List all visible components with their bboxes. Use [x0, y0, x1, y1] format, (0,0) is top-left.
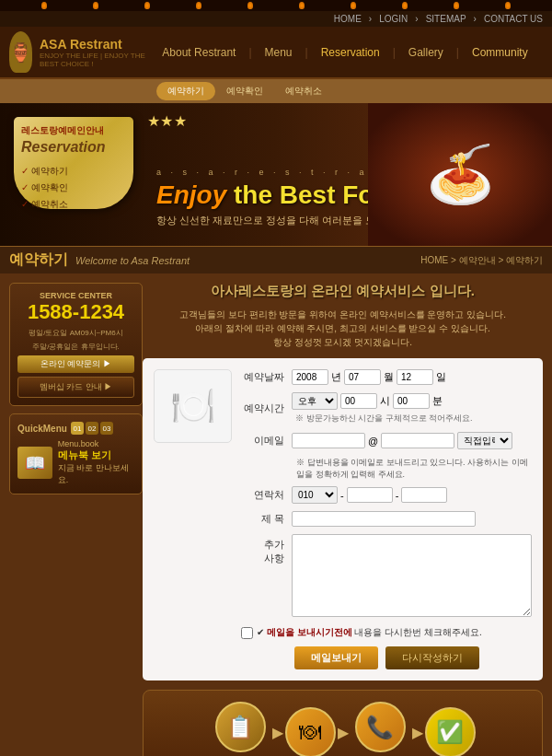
- sub-nav-confirm[interactable]: 예약확인: [215, 82, 274, 100]
- content-card: 🍽️ 예약날짜 년 월 일 예약시간: [143, 358, 543, 680]
- reset-button[interactable]: 다시작성하기: [385, 646, 479, 669]
- banner: 레스토랑예메인안내 Reservation 예약하기 예약확인 예약취소 ★ ★…: [0, 103, 552, 246]
- date-year-input[interactable]: [292, 369, 328, 385]
- qm-dot-1[interactable]: 01: [71, 422, 84, 435]
- top-lights-bar: [0, 0, 552, 11]
- date-month-input[interactable]: [344, 369, 381, 385]
- time-hint: ※ 방문가능하신 시간을 구체적으로 적어주세요.: [295, 413, 473, 425]
- online-inquiry-button[interactable]: 온라인 예약문의 ▶: [17, 355, 134, 373]
- time-controls: 오전 오후 시 분 ※ 방문가능하신 시간을 구체적으로 적어주세요.: [292, 392, 532, 425]
- scroll-paper: 레스토랑예메인안내 Reservation 예약하기 예약확인 예약취소: [14, 117, 133, 209]
- check-rest: 내용을 다시한번 체크해주세요.: [354, 627, 481, 637]
- email-option-select[interactable]: 직접입력 gmail.com naver.com: [457, 432, 512, 449]
- membership-button[interactable]: 멤버십 카드 안내 ▶: [17, 377, 134, 398]
- light-6: [299, 2, 305, 9]
- desc-line-2: 아래의 절차에 따라 예약해 주시면, 최고의 서비스를 받으실 수 있습니다.: [143, 321, 543, 335]
- extra-label: 추가 사항: [241, 534, 292, 565]
- qm-menu-hint: 지금 바로 만나보세요.: [58, 463, 129, 484]
- bottom-steps: 📋 방문시간, 인원 모임장소 선택 ▶ 🍽 좌석구역 선택 ▶ 📞 관리자에게…: [143, 690, 543, 756]
- sub-nav-reserve[interactable]: 예약하기: [156, 82, 215, 100]
- topbar-home[interactable]: HOME: [334, 14, 362, 24]
- time-label: 예약시간: [241, 401, 292, 415]
- logo-icon: [9, 31, 32, 73]
- sub-nav: 예약하기 예약확인 예약취소: [0, 79, 552, 103]
- scroll-link-0[interactable]: 예약하기: [21, 163, 126, 180]
- scroll-link-1[interactable]: 예약확인: [21, 180, 126, 196]
- qm-header: QuickMenu 01 02 03: [17, 422, 134, 435]
- time-hour-input[interactable]: [340, 393, 377, 409]
- contact-prefix-select[interactable]: 010 011 016 017 019: [292, 486, 338, 504]
- banner-scroll-area: 레스토랑예메인안내 Reservation 예약하기 예약확인 예약취소: [14, 117, 152, 232]
- light-5: [247, 2, 253, 9]
- date-label: 예약날짜: [241, 370, 292, 384]
- light-2: [93, 2, 98, 9]
- email-controls: @ 직접입력 gmail.com naver.com: [292, 432, 512, 449]
- banner-title-colored: Enjoy: [156, 180, 226, 209]
- time-hour-unit: 시: [380, 394, 390, 408]
- extra-textarea[interactable]: [292, 534, 532, 617]
- contact-end-input[interactable]: [401, 487, 447, 503]
- quick-menu-block: QuickMenu 01 02 03 📖 Menu.book 메뉴북 보기 지금…: [9, 413, 143, 494]
- sc-hours-1: 평일/토요일 AM09시~PM6시: [17, 328, 134, 338]
- time-min-input[interactable]: [393, 393, 430, 409]
- light-9: [454, 2, 459, 9]
- step-3: 📞 관리자에게 예들만인 전화: [351, 702, 410, 756]
- nav-community[interactable]: Community: [459, 39, 541, 66]
- sub-nav-cancel[interactable]: 예약취소: [274, 82, 333, 100]
- sidebar: SERVICE CENTER 1588-1234 평일/토요일 AM09시~PM…: [9, 283, 143, 756]
- extra-controls: [292, 534, 532, 619]
- scroll-title: 레스토랑예메인안내: [21, 124, 126, 137]
- step-arrow-3: ▶: [412, 724, 423, 755]
- sc-phone-number: 1588-1234: [17, 300, 134, 324]
- date-month-unit: 월: [384, 370, 394, 384]
- topbar-contact[interactable]: CONTACT US: [484, 14, 543, 24]
- contact-controls: 010 011 016 017 019 - -: [292, 486, 447, 504]
- banner-food-image: 🍝: [368, 103, 552, 246]
- light-10: [505, 2, 511, 9]
- sc-hours-2: 주말/공휴일은 휴무입니다.: [17, 342, 134, 352]
- date-controls: 년 월 일: [292, 369, 446, 385]
- content-desc: 고객님들의 보다 편리한 방문을 위하여 온라인 예약서비스를 운영하고 있습니…: [143, 308, 543, 349]
- qm-dot-3[interactable]: 03: [100, 422, 113, 435]
- check-link[interactable]: 메일을 보내시기전에: [267, 627, 352, 637]
- email-domain-input[interactable]: [381, 433, 454, 448]
- scroll-link-2[interactable]: 예약취소: [21, 196, 126, 213]
- step-2-icon: 🍽: [285, 707, 336, 757]
- form-buttons: 메일보내기 다시작성하기: [241, 646, 532, 669]
- food-image: 🍽️: [154, 369, 232, 443]
- qm-title: QuickMenu: [17, 424, 67, 434]
- content-heading: 아사레스토랑의 온라인 예약서비스 입니다.: [143, 283, 543, 300]
- qm-menu-label: Menu.book: [58, 439, 99, 448]
- nav-gallery[interactable]: Gallery: [396, 39, 456, 66]
- email-row: 이메일 @ 직접입력 gmail.com naver.com: [241, 432, 532, 449]
- checkbox-row: ✔ 메일을 보내시기전에 내용을 다시한번 체크해주세요.: [241, 626, 532, 639]
- time-ampm-select[interactable]: 오전 오후: [292, 392, 338, 410]
- step-1: 📋 방문시간, 인원 모임장소 선택: [211, 702, 270, 756]
- logo-area: ASA Restrant ENJOY THE LIFE | ENJOY THE …: [9, 31, 147, 73]
- main-nav: About Restrant | Menu | Reservation | Ga…: [147, 39, 543, 66]
- nav-menu[interactable]: Menu: [252, 39, 305, 66]
- qm-text: Menu.book 메뉴북 보기 지금 바로 만나보세요.: [58, 439, 134, 486]
- nav-about[interactable]: About Restrant: [149, 39, 248, 66]
- topbar-login[interactable]: LOGIN: [379, 14, 408, 24]
- time-min-unit: 분: [432, 394, 443, 408]
- desc-line-1: 고객님들의 보다 편리한 방문을 위하여 온라인 예약서비스를 운영하고 있습니…: [143, 308, 543, 321]
- contact-mid-input[interactable]: [347, 487, 393, 503]
- date-day-input[interactable]: [397, 369, 433, 385]
- qm-dot-2[interactable]: 02: [86, 422, 98, 435]
- contact-row: 연락처 010 011 016 017 019 - -: [241, 486, 532, 504]
- qm-dots: 01 02 03: [71, 422, 113, 435]
- email-input[interactable]: [292, 433, 365, 448]
- subject-row: 제 목: [241, 511, 532, 527]
- topbar-sitemap[interactable]: SITEMAP: [426, 14, 466, 24]
- nav-reservation[interactable]: Reservation: [308, 39, 393, 66]
- agree-checkbox[interactable]: [241, 627, 253, 639]
- date-day-unit: 일: [436, 370, 446, 384]
- light-7: [351, 2, 356, 9]
- step-2: 🍽 좌석구역 선택: [285, 707, 336, 757]
- send-email-button[interactable]: 메일보내기: [294, 646, 378, 669]
- logo-name: ASA Restrant: [40, 37, 147, 52]
- contact-label: 연락처: [241, 488, 292, 502]
- subject-input[interactable]: [292, 511, 476, 527]
- step-arrow-2: ▶: [338, 724, 349, 755]
